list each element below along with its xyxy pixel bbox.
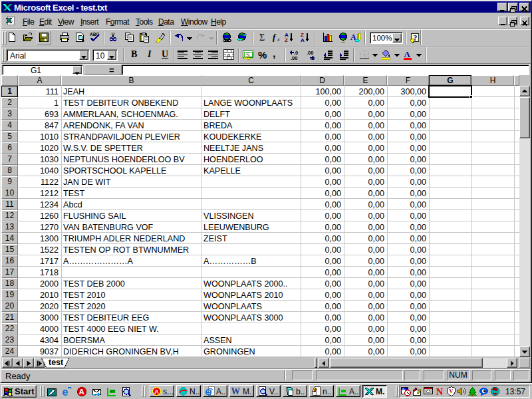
svg-text:N: N <box>436 386 443 396</box>
svg-text:A: A <box>301 37 305 43</box>
svg-text:e: e <box>63 386 68 397</box>
svg-text:S: S <box>246 51 250 59</box>
svg-text:x: x <box>277 37 280 43</box>
svg-text:A: A <box>154 388 159 395</box>
svg-text:.00: .00 <box>291 55 297 61</box>
svg-text:A: A <box>404 49 411 59</box>
svg-text:.0: .0 <box>311 55 315 61</box>
svg-text:f: f <box>273 32 277 42</box>
svg-text:Z: Z <box>285 37 288 43</box>
svg-text:abc: abc <box>110 390 116 393</box>
svg-text:38: 38 <box>402 388 404 390</box>
svg-text:A: A <box>79 388 84 396</box>
svg-text:Σ: Σ <box>259 33 265 43</box>
svg-text:a: a <box>227 52 231 58</box>
svg-text:W: W <box>231 386 241 396</box>
svg-text:V: V <box>449 388 453 394</box>
